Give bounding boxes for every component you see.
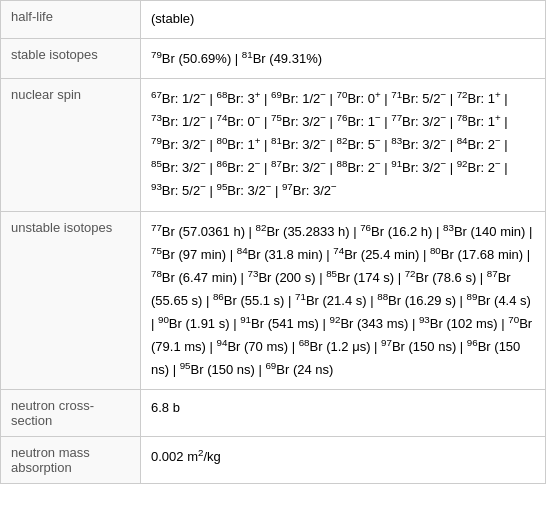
row-label: neutron mass absorption (1, 437, 141, 484)
row-content: 0.002 m2/kg (141, 437, 546, 484)
row-label: stable isotopes (1, 38, 141, 78)
row-label: neutron cross-section (1, 390, 141, 437)
row-content: 67Br: 1/2− | 68Br: 3+ | 69Br: 1/2− | 70B… (141, 78, 546, 211)
table-row: nuclear spin67Br: 1/2− | 68Br: 3+ | 69Br… (1, 78, 546, 211)
row-label: nuclear spin (1, 78, 141, 211)
properties-table: half-life(stable)stable isotopes79Br (50… (0, 0, 546, 484)
row-label: unstable isotopes (1, 211, 141, 390)
table-row: neutron mass absorption0.002 m2/kg (1, 437, 546, 484)
table-row: stable isotopes79Br (50.69%) | 81Br (49.… (1, 38, 546, 78)
table-row: half-life(stable) (1, 1, 546, 39)
row-label: half-life (1, 1, 141, 39)
row-content: 6.8 b (141, 390, 546, 437)
table-row: unstable isotopes77Br (57.0361 h) | 82Br… (1, 211, 546, 390)
row-content: 77Br (57.0361 h) | 82Br (35.2833 h) | 76… (141, 211, 546, 390)
row-content: (stable) (141, 1, 546, 39)
row-content: 79Br (50.69%) | 81Br (49.31%) (141, 38, 546, 78)
table-row: neutron cross-section6.8 b (1, 390, 546, 437)
